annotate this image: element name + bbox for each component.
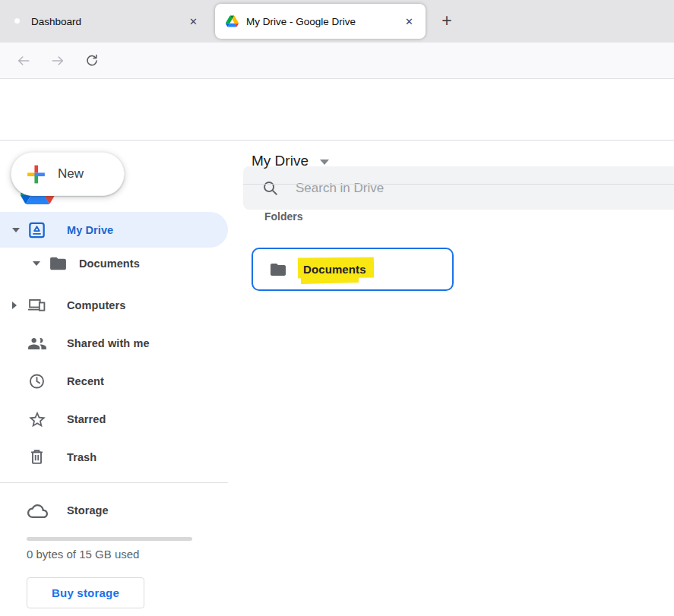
sidebar-item-my-drive[interactable]: My Drive xyxy=(0,212,228,248)
tab-title: My Drive - Google Drive xyxy=(246,16,400,27)
new-button[interactable]: New xyxy=(11,152,125,196)
sidebar-item-label: Shared with me xyxy=(67,337,150,349)
sidebar-item-trash[interactable]: Trash xyxy=(0,440,228,475)
chevron-down-icon[interactable] xyxy=(320,160,329,165)
storage-usage-text: 0 bytes of 15 GB used xyxy=(27,548,139,561)
content-divider xyxy=(243,184,674,185)
buy-storage-button[interactable]: Buy storage xyxy=(27,577,144,608)
highlight-marker: Documents xyxy=(303,263,366,276)
shared-with-me-icon xyxy=(27,334,46,353)
new-tab-button[interactable]: + xyxy=(435,10,458,33)
page-title-my-drive[interactable]: My Drive xyxy=(252,153,329,169)
folder-card-documents[interactable]: Documents xyxy=(252,248,454,291)
tab-title: Dashboard xyxy=(31,16,185,27)
tab-my-drive[interactable]: My Drive - Google Drive ✕ xyxy=(215,4,426,39)
sidebar-item-documents[interactable]: Documents xyxy=(0,251,228,276)
sidebar-item-starred[interactable]: Starred xyxy=(0,402,228,437)
star-icon xyxy=(27,410,46,429)
chevron-down-icon[interactable] xyxy=(12,228,20,232)
drive-header: Drive xyxy=(0,79,674,141)
search-input[interactable] xyxy=(296,181,615,196)
plus-icon xyxy=(24,163,48,186)
sidebar-item-label: Trash xyxy=(67,451,97,463)
folders-section-label: Folders xyxy=(264,210,303,223)
browser-tab-bar: Dashboard ✕ My Drive - Google Drive ✕ + xyxy=(0,0,674,43)
sidebar-item-label: Starred xyxy=(67,413,106,425)
new-button-label: New xyxy=(58,166,84,182)
recent-clock-icon xyxy=(27,372,46,391)
chevron-down-icon[interactable] xyxy=(33,261,40,266)
reload-icon[interactable] xyxy=(84,53,100,68)
search-icon[interactable] xyxy=(261,179,279,197)
sidebar-item-label: Recent xyxy=(67,375,104,387)
sidebar-item-label: Computers xyxy=(67,299,125,311)
tab-dashboard[interactable]: Dashboard ✕ xyxy=(0,0,210,43)
back-icon[interactable] xyxy=(16,53,31,68)
folder-icon xyxy=(49,254,68,273)
folder-icon xyxy=(267,261,289,279)
close-tab-icon[interactable]: ✕ xyxy=(400,14,418,30)
sidebar-item-recent[interactable]: Recent xyxy=(0,364,228,399)
sidebar-divider xyxy=(0,482,228,483)
storage-progress-bar xyxy=(27,537,192,541)
my-drive-icon xyxy=(27,220,46,239)
forward-icon[interactable] xyxy=(50,53,65,68)
sidebar-item-label: My Drive xyxy=(67,224,113,236)
drive-favicon-icon xyxy=(226,15,239,28)
sidebar-item-shared-with-me[interactable]: Shared with me xyxy=(0,326,228,361)
chevron-right-icon[interactable] xyxy=(12,302,17,309)
close-tab-icon[interactable]: ✕ xyxy=(185,14,202,30)
sidebar-item-label: Documents xyxy=(79,257,140,270)
dashboard-favicon-spiral-icon xyxy=(11,15,24,28)
sidebar-item-computers[interactable]: Computers xyxy=(0,288,228,323)
browser-toolbar: https://drive.google.com/drive/u/1/my-dr… xyxy=(0,43,674,79)
search-bar[interactable] xyxy=(243,166,674,210)
page-title-text: My Drive xyxy=(252,153,309,169)
sidebar-item-storage[interactable]: Storage xyxy=(0,493,228,528)
sidebar-item-label: Storage xyxy=(67,504,109,516)
trash-icon xyxy=(27,448,46,467)
computers-icon xyxy=(27,296,46,315)
folder-name: Documents xyxy=(303,263,366,276)
cloud-icon xyxy=(27,501,46,520)
